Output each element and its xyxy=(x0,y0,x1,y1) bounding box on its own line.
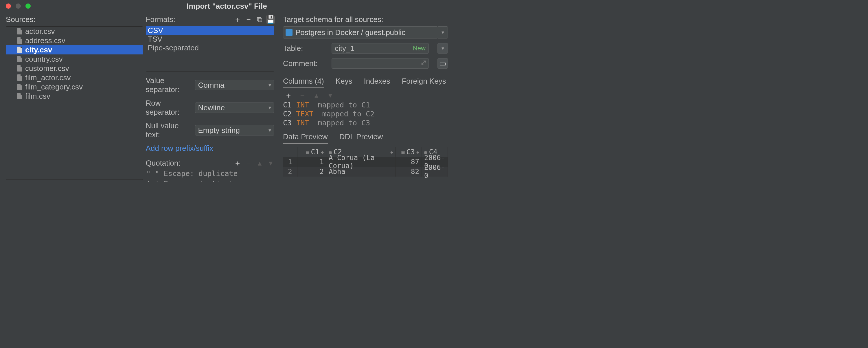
quotation-row[interactable]: " " Escape: duplicate xyxy=(146,169,275,178)
row-sep-label: Row separator: xyxy=(146,99,195,117)
file-icon xyxy=(17,65,22,71)
comment-label: Comment: xyxy=(283,59,327,68)
sources-label: Sources: xyxy=(6,15,143,24)
list-item[interactable]: address.csv xyxy=(6,36,143,45)
add-row-prefix-link[interactable]: Add row prefix/suffix xyxy=(146,144,275,153)
list-item[interactable]: film.csv xyxy=(6,91,143,101)
columns-mapping: C1 INT mapped to C1 C2 TEXT mapped to C2… xyxy=(283,101,448,127)
value-sep-dropdown[interactable]: Comma ▾ xyxy=(195,80,275,90)
minimize-window-button[interactable] xyxy=(16,3,21,9)
formats-label: Formats: xyxy=(146,15,230,24)
tab-indexes[interactable]: Indexes xyxy=(364,77,390,88)
sources-list: actor.csv address.csv city.csv country.c… xyxy=(6,26,143,180)
comment-input[interactable]: ⤢ xyxy=(332,58,429,68)
table-label: Table: xyxy=(283,44,327,53)
file-icon xyxy=(17,37,22,44)
column-row[interactable]: C1 INT mapped to C1 xyxy=(283,101,448,109)
row-sep-dropdown[interactable]: Newline ▾ xyxy=(195,103,275,113)
list-item[interactable]: country.csv xyxy=(6,54,143,64)
cell[interactable]: Abha xyxy=(327,167,396,177)
source-name: country.csv xyxy=(25,55,63,64)
tab-data-preview[interactable]: Data Preview xyxy=(283,132,328,144)
cell[interactable]: 1 xyxy=(298,157,327,167)
chevron-down-icon: ▾ xyxy=(441,29,444,36)
source-name: film.csv xyxy=(25,92,50,101)
new-badge: New xyxy=(413,45,426,52)
column-icon: ▦ xyxy=(306,149,309,155)
row-number: 1 xyxy=(283,157,298,167)
move-up-icon: ▴ xyxy=(256,160,263,167)
list-item[interactable]: film_category.csv xyxy=(6,82,143,91)
list-item[interactable]: city.csv xyxy=(6,45,143,54)
column-type: TEXT xyxy=(296,110,313,118)
source-name: city.csv xyxy=(25,46,52,54)
null-text-value: Empty string xyxy=(198,126,240,135)
table-name-input[interactable]: city_1 New xyxy=(332,43,429,54)
column-up-icon: ▴ xyxy=(312,91,320,99)
column-icon: ▦ xyxy=(402,149,405,155)
column-header[interactable]: ▦C1◆ xyxy=(298,147,327,157)
cell[interactable]: 2006-0 xyxy=(422,167,448,177)
sort-icon: ◆ xyxy=(416,149,419,155)
titlebar: Import "actor.csv" File xyxy=(0,0,454,12)
add-format-icon[interactable]: ＋ xyxy=(234,16,241,24)
target-schema-label: Target schema for all sources: xyxy=(283,15,448,24)
file-icon xyxy=(17,28,22,34)
value-sep-label: Value separator: xyxy=(146,76,195,94)
cell[interactable]: A Corua (La Corua) xyxy=(327,157,396,167)
column-name: C2 xyxy=(283,110,292,118)
column-map: mapped to C2 xyxy=(322,110,375,118)
tab-keys[interactable]: Keys xyxy=(336,77,352,88)
null-text-dropdown[interactable]: Empty string ▾ xyxy=(195,125,275,136)
format-item[interactable]: TSV xyxy=(146,35,274,44)
sort-icon: ◆ xyxy=(321,149,324,155)
row-number-header xyxy=(283,147,298,157)
save-format-icon: 💾 xyxy=(267,16,274,24)
data-preview-table: ▦C1◆ ▦C2◆ ▦C3◆ ▦C4 1 1 A Corua (La Corua… xyxy=(283,147,448,177)
add-quotation-icon[interactable]: ＋ xyxy=(234,160,241,167)
column-map: mapped to C1 xyxy=(318,101,370,109)
chevron-down-icon: ▾ xyxy=(269,82,271,88)
column-row[interactable]: C3 INT mapped to C3 xyxy=(283,119,448,127)
file-icon xyxy=(17,93,22,99)
formats-list: CSV TSV Pipe-separated xyxy=(146,26,275,71)
format-item[interactable]: Pipe-separated xyxy=(146,44,274,52)
cell[interactable]: 2 xyxy=(298,167,327,177)
target-schema-dropdown[interactable]: Postgres in Docker / guest.public xyxy=(283,26,438,38)
chevron-down-icon: ▾ xyxy=(269,105,271,111)
postgres-icon xyxy=(286,29,292,36)
source-name: film_category.csv xyxy=(25,83,83,91)
quotation-label: Quotation: xyxy=(146,158,230,168)
file-icon xyxy=(17,84,22,90)
format-item[interactable]: CSV xyxy=(146,26,274,35)
column-name: C1 xyxy=(283,101,292,109)
source-name: film_actor.csv xyxy=(25,73,71,82)
list-item[interactable]: film_actor.csv xyxy=(6,73,143,82)
col-label: C3 xyxy=(406,148,414,156)
close-window-button[interactable] xyxy=(6,3,11,9)
cell[interactable]: 87 xyxy=(396,157,422,167)
comment-button[interactable]: ▭ xyxy=(437,58,448,68)
speech-icon: ▭ xyxy=(439,59,446,68)
add-column-icon[interactable]: ＋ xyxy=(285,91,292,99)
column-row[interactable]: C2 TEXT mapped to C2 xyxy=(283,110,448,118)
column-header[interactable]: ▦C3◆ xyxy=(396,147,422,157)
file-icon xyxy=(17,56,22,62)
cell[interactable]: 82 xyxy=(396,167,422,177)
tab-columns[interactable]: Columns (4) xyxy=(283,77,324,88)
table-name-value: city_1 xyxy=(335,44,354,53)
schema-dropdown-button[interactable]: ▾ xyxy=(438,26,448,38)
maximize-window-button[interactable] xyxy=(26,3,31,9)
tab-ddl-preview[interactable]: DDL Preview xyxy=(339,132,383,144)
source-name: address.csv xyxy=(25,36,65,45)
remove-column-icon: − xyxy=(299,91,306,99)
copy-format-icon[interactable]: ⧉ xyxy=(256,16,263,24)
quotation-row[interactable]: ' ' Escape: duplicate xyxy=(146,179,275,182)
table-dropdown-button[interactable]: ▾ xyxy=(437,43,448,54)
window-title: Import "actor.csv" File xyxy=(187,2,267,11)
move-down-icon: ▾ xyxy=(267,160,274,167)
tab-foreign-keys[interactable]: Foreign Keys xyxy=(402,77,446,88)
list-item[interactable]: actor.csv xyxy=(6,27,143,36)
remove-format-icon[interactable]: − xyxy=(245,16,252,24)
list-item[interactable]: customer.csv xyxy=(6,64,143,73)
